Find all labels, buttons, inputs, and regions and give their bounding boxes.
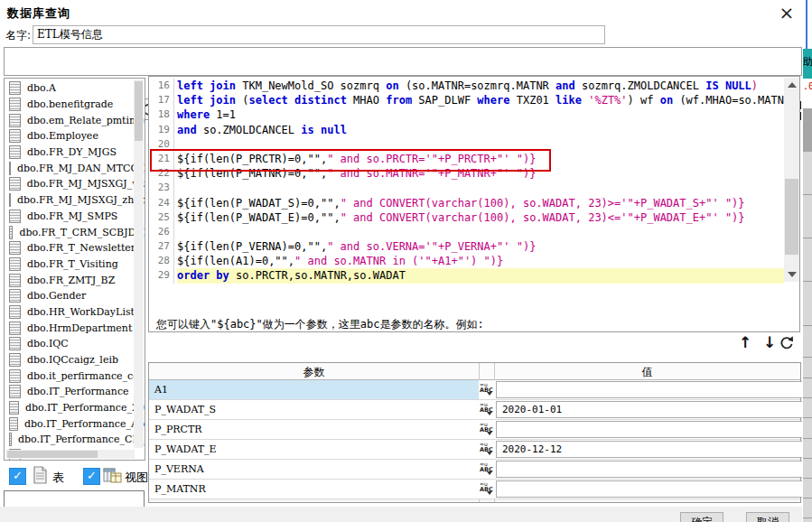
table-name: dbo.FR_MJ_MJSXGJ_zhub [17,194,145,206]
background-row-line [803,478,812,479]
table-icon [9,289,21,303]
sidebar-item[interactable]: dbo.HrmDepartment [5,320,145,336]
code-line[interactable]: 29order by so.PRCTR,so.MATNR,so.WADAT [149,268,783,283]
sidebar-item[interactable]: dbo.A [5,80,145,97]
name-input[interactable] [33,25,605,44]
move-up-icon[interactable]: ↑ [739,333,751,351]
type-abc-icon[interactable]: ≈uABC [479,420,494,439]
line-text: where 1=1 [177,107,784,122]
sidebar-item[interactable]: dbo.Employee [5,128,145,144]
scrollbar-thumb[interactable] [7,451,98,458]
line-number: 26 [149,225,170,239]
scrollbar-thumb[interactable] [785,179,798,255]
code-line[interactable]: 25${if(len(P_WADAT_E)=0,""," and CONVERT… [149,210,783,225]
table-name: dbo.IT_Performance_Ap [24,418,145,430]
table-name: dbo.IT_Performance [27,386,129,397]
type-abc-icon[interactable]: ≈uABC [479,380,494,399]
type-abc-icon[interactable]: ≈uABC [479,480,494,499]
view-filter-checkbox[interactable]: ✓ [83,468,100,485]
line-text: ${if(len(P_VERNA)=0,""," and so.VERNA='"… [177,239,784,254]
sidebar-item[interactable]: dbo.benefitgrade [5,97,145,113]
code-line[interactable]: 28${if(len(A1)=0,""," and so.MATNR in ('… [149,254,783,268]
sidebar-item[interactable]: dbo.FR_MJ_DAN_MTCG_PSI [5,160,145,176]
param-value-header: 值 [494,365,800,380]
table-search-input[interactable] [4,490,145,508]
background-row-line [803,194,812,195]
code-line[interactable]: 17left join (select distinct MHAO from S… [149,93,783,107]
code-line[interactable]: 21${if(len(P_PRCTR)=0,""," and so.PRCTR=… [149,152,783,166]
param-row[interactable]: A1≈uABC [149,380,800,400]
sidebar-item[interactable]: dbo.IT_Performance_CB_ [5,432,145,448]
scroll-up-icon[interactable] [788,82,797,88]
param-row[interactable]: P_VERNA≈uABC [149,460,800,480]
type-abc-icon[interactable]: ≈uABC [479,460,494,479]
sidebar-item[interactable]: dbo.FR_MJ_MJSXGJ_zhub [5,192,145,209]
param-value-input[interactable] [496,381,804,398]
sidebar-item[interactable]: dbo.FR_T_Visiting [5,256,145,273]
param-value-input[interactable] [496,480,804,498]
code-line[interactable]: 19and so.ZMOLDCANCEL is null [149,123,783,137]
line-number: 28 [149,254,170,268]
sidebar-item[interactable]: dbo.IQCcaigz_leib [5,352,145,368]
param-value-input[interactable]: 2020-01-01 [496,401,804,418]
sidebar-item[interactable]: dbo.IT_Performance_20 [5,400,145,416]
sidebar-item[interactable]: dbo.FR_T_Newsletters [5,240,145,256]
ok-button[interactable]: 确定 [680,512,723,522]
line-number: 22 [149,166,170,181]
background-window-text: .0 [803,81,812,91]
sidebar-item[interactable]: dbo.FR_T_CRM_SCBJDH [5,224,145,240]
code-line[interactable]: 26 [149,225,783,239]
table-name: dbo.FR_T_Visiting [27,258,118,270]
param-row[interactable]: P_MATNR≈uABC [149,480,800,499]
sidebar-item[interactable]: dbo.IQC [5,336,145,352]
line-text: ${if(len(P_WADAT_E)=0,""," and CONVERT(v… [177,210,784,225]
param-row[interactable]: P_WADAT_S≈uABC2020-01-01 [149,400,800,420]
cancel-button[interactable]: 取消 [746,512,789,522]
sidebar-item[interactable]: dbo.IT_Performance [5,384,145,400]
sidebar-horizontal-scrollbar[interactable] [5,450,135,459]
code-line[interactable]: 27${if(len(P_VERNA)=0,""," and so.VERNA=… [149,239,783,254]
sidebar-vertical-scrollbar[interactable] [134,79,144,448]
param-value-input[interactable] [496,461,804,478]
table-list: dbo.Adbo.benefitgradedbo.em_Relate_pmtim… [5,79,145,461]
table-icon [9,337,21,350]
code-line[interactable]: 16left join TKM_NewMold_SO sozmrq on (so… [149,79,783,93]
scroll-down-icon[interactable] [788,272,797,277]
code-line[interactable]: 23 [149,181,783,195]
sidebar-item[interactable]: dbo.it_perfirmance_co [5,368,145,384]
sidebar-item[interactable]: dbo.FR_ZMTJ_BZ [5,272,145,288]
table-icon [9,210,21,223]
type-abc-icon[interactable]: ≈uABC [479,400,494,419]
line-text: left join TKM_NewMold_SO sozmrq on (so.M… [177,79,784,93]
param-name: A1 [149,380,479,399]
sidebar-item[interactable]: dbo.FR_MJ_MJSXGJ_wt [5,176,145,192]
table-filter-checkbox[interactable]: ✓ [9,468,26,485]
scrollbar-thumb[interactable] [135,81,143,141]
code-line[interactable]: 20 [149,137,783,152]
param-value-input[interactable] [496,421,804,438]
code-line[interactable]: 24${if(len(P_WADAT_S)=0,""," and CONVERT… [149,196,783,210]
editor-vertical-scrollbar[interactable] [784,78,799,282]
sql-code[interactable]: 16left join TKM_NewMold_SO sozmrq on (so… [149,79,783,284]
sidebar-item[interactable]: dbo.FR_MJ_SMPS [5,209,145,225]
sidebar-item[interactable]: dbo.HR_WorkDayList [5,304,145,321]
param-value-input[interactable]: 2020-12-12 [496,441,804,458]
refresh-params-icon[interactable] [779,335,795,351]
sidebar-item[interactable]: dbo.em_Relate_pmtime [5,112,145,128]
table-name: dbo.HR_WorkDayList [27,306,135,318]
table-doc-icon [33,466,48,487]
table-name: dbo.FR_ZMTJ_BZ [27,275,115,286]
name-label: 名字: [5,28,31,43]
type-abc-icon[interactable]: ≈uABC [479,440,494,459]
sidebar-item[interactable]: dbo.FR_DY_MJGS [5,144,145,161]
param-row[interactable]: P_PRCTR≈uABC [149,420,800,440]
close-icon[interactable]: × [771,2,802,23]
move-down-icon[interactable]: ↓ [763,333,776,351]
sidebar-item[interactable]: dbo.Gender [5,288,145,304]
code-line[interactable]: 18where 1=1 [149,107,783,122]
param-row[interactable]: P_WADAT_E≈uABC2020-12-12 [149,440,800,460]
code-line[interactable]: 22${if(len(P_MATNR)=0,""," and so.MATNR=… [149,166,783,181]
table-icon [9,369,21,383]
sidebar-item[interactable]: dbo.IT_Performance_Ap [5,415,145,432]
toolbar: ETL139 [4,47,802,76]
